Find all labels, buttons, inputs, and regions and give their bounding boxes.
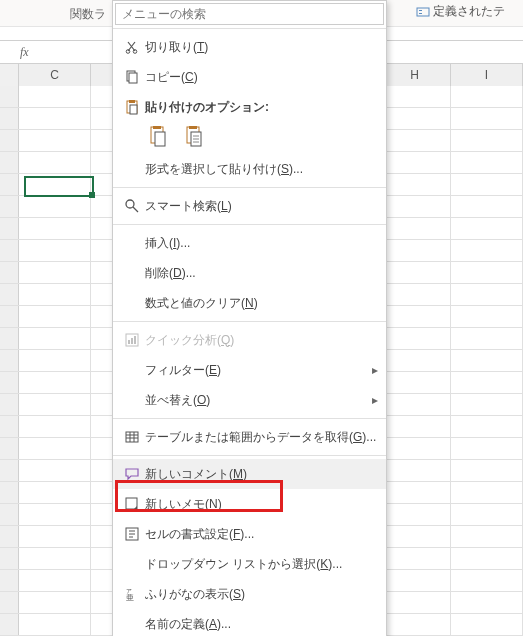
cell[interactable] xyxy=(451,196,523,217)
cell[interactable] xyxy=(19,86,91,107)
column-header[interactable]: H xyxy=(379,64,451,86)
cell[interactable] xyxy=(19,504,91,525)
cell[interactable] xyxy=(379,504,451,525)
cell[interactable] xyxy=(19,526,91,547)
cell[interactable] xyxy=(379,240,451,261)
cell[interactable] xyxy=(451,108,523,129)
cell[interactable] xyxy=(379,416,451,437)
cell[interactable] xyxy=(19,262,91,283)
cell[interactable] xyxy=(379,592,451,613)
menu-format-cells[interactable]: セルの書式設定(F)... xyxy=(113,519,386,549)
row-header[interactable] xyxy=(0,416,19,437)
cell[interactable] xyxy=(19,592,91,613)
cell[interactable] xyxy=(19,218,91,239)
cell[interactable] xyxy=(451,130,523,151)
row-header[interactable] xyxy=(0,548,19,569)
cell[interactable] xyxy=(451,306,523,327)
menu-smart-lookup[interactable]: スマート検索(L) xyxy=(113,191,386,221)
menu-new-note[interactable]: 新しいメモ(N) xyxy=(113,489,386,519)
cell[interactable] xyxy=(379,372,451,393)
row-header[interactable] xyxy=(0,196,19,217)
cell[interactable] xyxy=(379,614,451,635)
cell[interactable] xyxy=(379,526,451,547)
cell[interactable] xyxy=(19,482,91,503)
cell[interactable] xyxy=(19,570,91,591)
row-header[interactable] xyxy=(0,526,19,547)
row-header[interactable] xyxy=(0,592,19,613)
cell[interactable] xyxy=(379,174,451,195)
cell[interactable] xyxy=(451,218,523,239)
row-header[interactable] xyxy=(0,460,19,481)
menu-paste-special[interactable]: 形式を選択して貼り付け(S)... xyxy=(113,154,386,184)
cell[interactable] xyxy=(19,328,91,349)
cell[interactable] xyxy=(379,570,451,591)
cell[interactable] xyxy=(379,350,451,371)
cell[interactable] xyxy=(451,174,523,195)
cell[interactable] xyxy=(19,108,91,129)
cell[interactable] xyxy=(451,526,523,547)
cell[interactable] xyxy=(379,196,451,217)
cell[interactable] xyxy=(379,86,451,107)
paste-default-button[interactable] xyxy=(147,124,169,150)
cell[interactable] xyxy=(451,614,523,635)
select-all-corner[interactable] xyxy=(0,64,19,86)
row-header[interactable] xyxy=(0,438,19,459)
menu-delete[interactable]: 削除(D)... xyxy=(113,258,386,288)
menu-filter[interactable]: フィルター(E) ▸ xyxy=(113,355,386,385)
cell[interactable] xyxy=(451,372,523,393)
cell[interactable] xyxy=(19,394,91,415)
cell[interactable] xyxy=(451,416,523,437)
cell[interactable] xyxy=(19,372,91,393)
cell[interactable] xyxy=(451,438,523,459)
cell[interactable] xyxy=(19,548,91,569)
cell[interactable] xyxy=(19,460,91,481)
cell[interactable] xyxy=(19,416,91,437)
row-header[interactable] xyxy=(0,152,19,173)
cell[interactable] xyxy=(451,240,523,261)
cell[interactable] xyxy=(379,306,451,327)
row-header[interactable] xyxy=(0,482,19,503)
row-header[interactable] xyxy=(0,504,19,525)
cell[interactable] xyxy=(451,262,523,283)
row-header[interactable] xyxy=(0,394,19,415)
cell[interactable] xyxy=(451,482,523,503)
cell[interactable] xyxy=(451,328,523,349)
column-header[interactable]: I xyxy=(451,64,523,86)
cell[interactable] xyxy=(451,350,523,371)
cell[interactable] xyxy=(19,350,91,371)
cell[interactable] xyxy=(379,548,451,569)
cell[interactable] xyxy=(451,548,523,569)
menu-pick-from-dropdown[interactable]: ドロップダウン リストから選択(K)... xyxy=(113,549,386,579)
cell[interactable] xyxy=(19,438,91,459)
menu-insert[interactable]: 挿入(I)... xyxy=(113,228,386,258)
menu-show-furigana[interactable]: ア亜 ふりがなの表示(S) xyxy=(113,579,386,609)
row-header[interactable] xyxy=(0,570,19,591)
row-header[interactable] xyxy=(0,306,19,327)
row-header[interactable] xyxy=(0,130,19,151)
menu-sort[interactable]: 並べ替え(O) ▸ xyxy=(113,385,386,415)
cell[interactable] xyxy=(379,108,451,129)
paste-values-button[interactable] xyxy=(183,124,205,150)
cell[interactable] xyxy=(379,130,451,151)
cell[interactable] xyxy=(19,174,91,195)
menu-new-comment[interactable]: 新しいコメント(M) xyxy=(113,459,386,489)
cell[interactable] xyxy=(451,570,523,591)
cell[interactable] xyxy=(451,460,523,481)
cell[interactable] xyxy=(19,614,91,635)
cell[interactable] xyxy=(451,592,523,613)
row-header[interactable] xyxy=(0,108,19,129)
cell[interactable] xyxy=(379,482,451,503)
menu-copy[interactable]: コピー(C) xyxy=(113,62,386,92)
menu-get-data-from-range[interactable]: テーブルまたは範囲からデータを取得(G)... xyxy=(113,422,386,452)
row-header[interactable] xyxy=(0,174,19,195)
cell[interactable] xyxy=(19,306,91,327)
row-header[interactable] xyxy=(0,614,19,635)
cell[interactable] xyxy=(379,284,451,305)
cell[interactable] xyxy=(19,240,91,261)
cell[interactable] xyxy=(19,130,91,151)
fx-label[interactable]: fx xyxy=(20,45,29,60)
cell[interactable] xyxy=(451,284,523,305)
cell[interactable] xyxy=(451,504,523,525)
cell[interactable] xyxy=(379,394,451,415)
row-header[interactable] xyxy=(0,218,19,239)
